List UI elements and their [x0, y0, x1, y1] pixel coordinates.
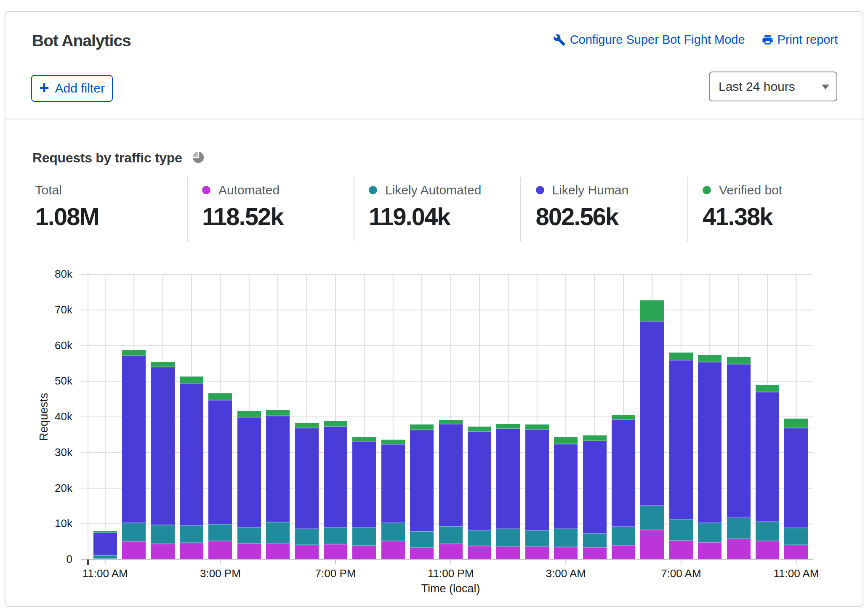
segment-likely-human[interactable]: [468, 432, 491, 530]
segment-automated[interactable]: [698, 542, 722, 560]
segment-verified-bot[interactable]: [468, 427, 491, 432]
segment-verified-bot[interactable]: [237, 411, 261, 417]
segment-verified-bot[interactable]: [324, 421, 347, 427]
bar-15-200am[interactable]: [525, 424, 549, 560]
segment-likely-automated[interactable]: [554, 529, 578, 547]
segment-likely-human[interactable]: [640, 321, 664, 506]
segment-verified-bot[interactable]: [381, 440, 405, 444]
segment-likely-human[interactable]: [496, 429, 520, 529]
segment-verified-bot[interactable]: [439, 420, 463, 424]
segment-likely-human[interactable]: [756, 392, 779, 522]
segment-likely-human[interactable]: [381, 444, 405, 522]
segment-automated[interactable]: [266, 543, 290, 560]
segment-automated[interactable]: [640, 530, 664, 560]
segment-automated[interactable]: [583, 547, 607, 560]
segment-verified-bot[interactable]: [698, 355, 722, 362]
segment-likely-automated[interactable]: [180, 525, 203, 543]
segment-likely-human[interactable]: [784, 428, 808, 528]
segment-likely-human[interactable]: [410, 430, 434, 532]
segment-likely-human[interactable]: [525, 430, 549, 531]
segment-verified-bot[interactable]: [208, 393, 232, 400]
bar-19-600am[interactable]: [640, 300, 664, 560]
bar-14-100am[interactable]: [496, 424, 520, 560]
segment-likely-human[interactable]: [324, 427, 347, 528]
segment-automated[interactable]: [381, 541, 405, 560]
segment-automated[interactable]: [496, 546, 520, 560]
segment-automated[interactable]: [324, 544, 347, 560]
bar-13-1200am[interactable]: [468, 427, 491, 560]
segment-likely-automated[interactable]: [496, 529, 520, 546]
segment-likely-human[interactable]: [295, 428, 319, 529]
segment-automated[interactable]: [122, 541, 146, 560]
segment-automated[interactable]: [554, 547, 578, 560]
bar-22-900am[interactable]: [727, 357, 751, 560]
segment-automated[interactable]: [525, 546, 549, 560]
segment-likely-human[interactable]: [122, 355, 146, 522]
segment-likely-automated[interactable]: [468, 530, 491, 546]
segment-likely-automated[interactable]: [669, 519, 693, 541]
segment-verified-bot[interactable]: [583, 435, 607, 441]
segment-automated[interactable]: [410, 548, 434, 560]
bar-16-300am[interactable]: [554, 437, 578, 560]
segment-likely-human[interactable]: [669, 360, 693, 519]
segment-likely-automated[interactable]: [295, 529, 319, 545]
segment-verified-bot[interactable]: [756, 385, 779, 392]
segment-automated[interactable]: [352, 546, 376, 560]
bar-11-1000pm[interactable]: [410, 424, 434, 560]
bar-4-300pm[interactable]: [208, 393, 232, 560]
segment-likely-automated[interactable]: [525, 530, 549, 546]
segment-likely-automated[interactable]: [122, 523, 146, 541]
segment-likely-automated[interactable]: [583, 533, 607, 547]
segment-automated[interactable]: [612, 545, 635, 560]
segment-likely-human[interactable]: [612, 419, 635, 527]
segment-verified-bot[interactable]: [554, 437, 578, 444]
segment-likely-human[interactable]: [352, 441, 376, 527]
bar-10-900pm[interactable]: [381, 440, 405, 560]
bar-24-1100am[interactable]: [784, 419, 808, 560]
segment-likely-automated[interactable]: [324, 528, 347, 544]
segment-likely-automated[interactable]: [208, 524, 232, 541]
bar-23-1000am[interactable]: [756, 385, 779, 560]
segment-likely-automated[interactable]: [381, 523, 405, 541]
segment-likely-automated[interactable]: [266, 522, 290, 543]
segment-likely-human[interactable]: [583, 441, 607, 533]
segment-likely-human[interactable]: [237, 417, 261, 528]
segment-likely-human[interactable]: [180, 383, 203, 525]
segment-likely-human[interactable]: [208, 400, 232, 524]
segment-likely-automated[interactable]: [151, 525, 175, 544]
segment-automated[interactable]: [295, 545, 319, 560]
segment-verified-bot[interactable]: [496, 424, 520, 429]
segment-verified-bot[interactable]: [612, 415, 635, 419]
segment-automated[interactable]: [151, 544, 175, 560]
segment-verified-bot[interactable]: [410, 424, 434, 430]
segment-verified-bot[interactable]: [151, 362, 175, 367]
segment-verified-bot[interactable]: [180, 377, 203, 383]
segment-likely-human[interactable]: [439, 424, 463, 526]
bar-1-1200pm[interactable]: [122, 350, 146, 560]
segment-likely-automated[interactable]: [237, 528, 261, 544]
segment-verified-bot[interactable]: [784, 419, 808, 428]
segment-likely-automated[interactable]: [93, 555, 117, 559]
segment-likely-automated[interactable]: [352, 528, 376, 546]
segment-automated[interactable]: [208, 541, 232, 560]
segment-likely-automated[interactable]: [756, 522, 779, 541]
segment-likely-human[interactable]: [698, 362, 722, 522]
bar-21-800am[interactable]: [698, 355, 722, 560]
segment-verified-bot[interactable]: [669, 353, 693, 360]
segment-automated[interactable]: [669, 541, 693, 560]
segment-likely-automated[interactable]: [698, 523, 722, 543]
segment-verified-bot[interactable]: [122, 350, 146, 356]
segment-automated[interactable]: [439, 544, 463, 560]
segment-likely-human[interactable]: [151, 367, 175, 525]
bar-3-200pm[interactable]: [180, 377, 203, 560]
bar-20-700am[interactable]: [669, 353, 693, 560]
segment-likely-automated[interactable]: [410, 531, 434, 548]
segment-likely-automated[interactable]: [439, 526, 463, 544]
bar-5-400pm[interactable]: [237, 411, 261, 560]
bar-2-100pm[interactable]: [151, 362, 175, 560]
segment-likely-automated[interactable]: [640, 506, 664, 530]
segment-likely-automated[interactable]: [727, 518, 751, 539]
bar-8-700pm[interactable]: [324, 421, 347, 560]
segment-likely-human[interactable]: [554, 444, 578, 529]
bar-6-500pm[interactable]: [266, 410, 290, 560]
